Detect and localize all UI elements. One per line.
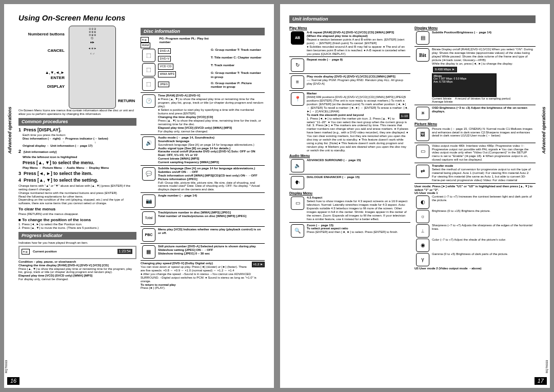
camera-icon: 📷 bbox=[142, 194, 155, 208]
callout-cancel: CANCEL bbox=[18, 48, 65, 53]
pbc-icon: PBC bbox=[142, 228, 155, 242]
callout-enter: ENTER bbox=[18, 75, 65, 81]
clock-icon: 🕐 bbox=[142, 94, 155, 108]
surround-icon: 🔈 bbox=[291, 159, 304, 172]
playmode-icon: ≡ bbox=[291, 75, 304, 89]
step1: Press [DISPLAY]. bbox=[24, 127, 62, 132]
page-title: Using On-Screen Menu Icons bbox=[18, 13, 265, 23]
contrast-icon: ◐ bbox=[416, 195, 429, 209]
gamma-icon: γ bbox=[416, 253, 429, 266]
callout-display: DISPLAY bbox=[18, 84, 65, 89]
callout-arrows: ▲,▼,◄,► bbox=[18, 70, 65, 75]
bitrate-graph: •BitrateCur. 7.507 Mbps 0 5.0 MbpsAve. 6… bbox=[432, 73, 497, 97]
repeat-icon: ↻ bbox=[291, 58, 304, 72]
picmode-icon: 🖼 bbox=[416, 128, 429, 141]
step4: Press [▲, ▼] to select the setting. bbox=[24, 178, 98, 183]
side-tab: Advanced operations bbox=[7, 107, 13, 154]
bar-progress: Progress indicator bbox=[18, 232, 136, 240]
total-icon: Total bbox=[142, 211, 155, 225]
display-menu-head: Display Menu bbox=[289, 191, 410, 195]
callout-return: RETURN bbox=[118, 99, 136, 104]
speaker-icon: 🔊 bbox=[142, 136, 155, 150]
marker-icon: 📍 bbox=[291, 92, 304, 106]
videomode-icon: ▭ bbox=[416, 145, 429, 158]
chapter-icon: ⬚ bbox=[142, 49, 155, 62]
osd-icon: ☀ bbox=[416, 107, 429, 120]
bar-disc: Disc information bbox=[141, 28, 265, 35]
doc-code: RQT6933 bbox=[5, 360, 8, 373]
picture-menu-head: Picture Menu bbox=[414, 122, 536, 126]
pagenum-17: 17 bbox=[535, 377, 547, 385]
bitrate-badge: 9.438 Mbps ► bbox=[433, 67, 457, 72]
brightness-icon: ☼ bbox=[416, 210, 429, 223]
intro-text: On-Screen Menu Icons are menus that cont… bbox=[18, 109, 136, 116]
sharpness-icon: ⟂ bbox=[416, 224, 429, 238]
callout-numbered: Numbered buttons bbox=[18, 32, 65, 37]
aspect-icon: ▭ bbox=[291, 197, 304, 210]
play-menu-head: Play Menu bbox=[289, 26, 410, 30]
subtitle-icon: 💬 bbox=[142, 167, 155, 181]
display-menu-head-r: Display Menu bbox=[414, 26, 536, 30]
dialogue-icon: 🗣 bbox=[291, 176, 304, 189]
remote-illustration: ① ② ③④ ⑤ ⑥⑦ ⑧ ⑨ ⓪ ■ ▶ ◄ ⊕ ► ⎌ ⏎ bbox=[69, 26, 116, 109]
still-icon: ▦ bbox=[142, 245, 155, 259]
side-tab-r: Advanced operations bbox=[541, 107, 547, 154]
disc-table: e.g.RAMPG: Program number PL: Play list … bbox=[141, 37, 265, 91]
bar-unit: Unit information bbox=[289, 15, 536, 23]
subpos-icon: ▤ bbox=[416, 31, 429, 45]
pagenum-16: 16 bbox=[7, 377, 19, 385]
page-16: Advanced operations Using On-Screen Menu… bbox=[4, 4, 274, 388]
bar-common: Common procedures bbox=[18, 118, 136, 126]
step3: Press [◄, ►] to select the item. bbox=[24, 171, 92, 176]
ab-icon: AB bbox=[291, 31, 304, 45]
progress-panel: e.g. Current position 1:23:54 bbox=[18, 246, 136, 259]
color-icon: ◉ bbox=[416, 239, 429, 252]
transfer-icon: ⇄ bbox=[416, 165, 429, 178]
zoom-icon: 🔍 bbox=[291, 224, 304, 238]
audio-menu-head: Audio Menu bbox=[289, 154, 410, 158]
page-17: Advanced operations Unit information Pla… bbox=[280, 4, 550, 388]
bit-icon: Bit bbox=[416, 48, 429, 62]
